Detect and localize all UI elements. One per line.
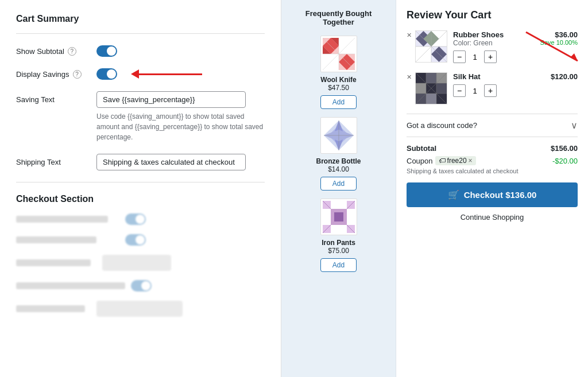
- section-divider: [16, 33, 265, 34]
- subtotal-value: $156.00: [551, 144, 578, 153]
- svg-rect-24: [334, 212, 343, 221]
- discount-code-row[interactable]: Got a discount code? ∨: [407, 114, 578, 137]
- coupon-code-tag: 🏷 free20 ×: [435, 156, 476, 165]
- product-card-iron-pants: Iron Pants $75.00 Add: [289, 199, 388, 272]
- product-price-iron-pants: $75.00: [328, 247, 349, 255]
- silk-hat-qty-control: − 1 +: [453, 84, 543, 97]
- coupon-label: Coupon 🏷 free20 ×: [407, 156, 476, 165]
- totals-section: Subtotal $156.00 Coupon 🏷 free20 × -$20.…: [407, 144, 578, 174]
- arrow-head: [131, 69, 139, 79]
- product-price-wool-knife: $47.50: [328, 84, 349, 92]
- product-card-bronze-bottle: Bronze Bottle $14.00 Add: [289, 117, 388, 191]
- silk-hat-qty-decrease[interactable]: −: [453, 84, 466, 97]
- show-subtotal-row: Show Subtotal ?: [16, 45, 265, 57]
- rubber-shoes-meta: Color: Green: [453, 39, 540, 47]
- review-cart-title: Review Your Cart: [407, 9, 578, 21]
- silk-hat-qty-increase[interactable]: +: [484, 84, 497, 97]
- rubber-shoes-qty-control: − 1 +: [453, 50, 540, 63]
- product-img-iron-pants: [320, 199, 357, 235]
- right-panel: Review Your Cart ✕: [396, 0, 588, 377]
- product-img-bronze-bottle: [320, 117, 357, 154]
- add-iron-pants-button[interactable]: Add: [320, 258, 357, 272]
- silk-hat-price-block: $120.00: [543, 72, 578, 81]
- left-panel: Cart Summary Show Subtotal ? Display Sav…: [0, 0, 281, 377]
- cart-item-img-silk-hat: [415, 72, 447, 104]
- svg-rect-46: [426, 73, 436, 83]
- blurred-row-4: [16, 280, 265, 292]
- silk-hat-price: $120.00: [543, 72, 578, 81]
- remove-silk-hat-button[interactable]: ✕: [407, 73, 412, 81]
- discount-label: Got a discount code?: [407, 121, 477, 130]
- svg-rect-48: [416, 83, 426, 94]
- shipping-text-row: Shipping Text: [16, 154, 265, 170]
- coupon-discount-value: -$20.00: [552, 157, 578, 165]
- rubber-shoes-qty-increase[interactable]: +: [484, 50, 497, 63]
- cart-item-silk-hat: ✕: [407, 72, 578, 104]
- red-arrow-display-savings: [131, 69, 202, 79]
- blurred-row-5: [16, 301, 265, 317]
- cart-item-details-rubber-shoes: Rubber Shoes Color: Green − 1 +: [453, 30, 540, 63]
- silk-hat-qty-value: 1: [470, 87, 479, 95]
- svg-rect-49: [436, 83, 447, 94]
- rubber-shoes-qty-value: 1: [470, 53, 479, 61]
- product-card-wool-knife: Wool Knife $47.50 Add: [289, 36, 388, 109]
- cart-icon: 🛒: [448, 189, 459, 200]
- checkout-button[interactable]: 🛒 Checkout $136.00: [407, 182, 578, 207]
- show-subtotal-toggle[interactable]: [96, 45, 117, 57]
- shipping-note: Shipping & taxes calculated at checkout: [407, 168, 578, 174]
- product-name-iron-pants: Iron Pants: [322, 239, 355, 247]
- coupon-code: free20: [447, 157, 467, 165]
- display-savings-help-icon[interactable]: ?: [73, 70, 82, 79]
- checkout-section-divider: [16, 182, 265, 182]
- cart-item-details-silk-hat: Silk Hat − 1 +: [453, 72, 543, 97]
- product-name-wool-knife: Wool Knife: [320, 76, 356, 84]
- saving-text-label: Saving Text: [16, 95, 96, 104]
- coupon-row: Coupon 🏷 free20 × -$20.00: [407, 156, 578, 165]
- rubber-shoes-qty-decrease[interactable]: −: [453, 50, 466, 63]
- cart-item-img-rubber-shoes: [415, 30, 447, 63]
- rubber-shoes-price: $36.00: [540, 30, 578, 39]
- blurred-row-3: [16, 255, 265, 271]
- frequently-bought-panel: Frequently Bought Together Woo: [281, 0, 396, 377]
- saving-text-input[interactable]: [96, 91, 246, 108]
- add-wool-knife-button[interactable]: Add: [320, 95, 357, 109]
- rubber-shoes-save-badge: Save 10.00%: [540, 39, 578, 46]
- product-img-wool-knife: [320, 36, 357, 72]
- silk-hat-name: Silk Hat: [453, 72, 543, 81]
- display-savings-label: Display Savings ?: [16, 70, 96, 79]
- checkout-button-label: Checkout $136.00: [464, 190, 537, 200]
- subtotal-label: Subtotal: [407, 144, 436, 153]
- frequently-bought-title: Frequently Bought Together: [289, 9, 388, 26]
- product-name-bronze-bottle: Bronze Bottle: [316, 157, 361, 165]
- cart-summary-title: Cart Summary: [16, 14, 265, 24]
- shipping-text-input[interactable]: [96, 154, 246, 170]
- cart-item-rubber-shoes: ✕ Rubber Shoes Color: Gr: [407, 30, 578, 63]
- saving-text-helper: Use code {{saving_amount}} to show total…: [96, 111, 265, 142]
- show-subtotal-help-icon[interactable]: ?: [68, 47, 76, 56]
- show-subtotal-label: Show Subtotal ?: [16, 47, 96, 56]
- continue-shopping-link[interactable]: Continue Shopping: [407, 213, 578, 221]
- remove-rubber-shoes-button[interactable]: ✕: [407, 32, 412, 39]
- display-savings-row: Display Savings ?: [16, 68, 265, 80]
- coupon-remove-button[interactable]: ×: [469, 157, 473, 165]
- coupon-icon: 🏷: [439, 157, 446, 165]
- shipping-text-label: Shipping Text: [16, 158, 96, 166]
- chevron-down-icon: ∨: [571, 120, 578, 131]
- blurred-row-1: [16, 213, 265, 225]
- display-savings-toggle[interactable]: [96, 68, 117, 80]
- rubber-shoes-price-block: $36.00 Save 10.00%: [540, 30, 578, 46]
- add-bronze-bottle-button[interactable]: Add: [320, 177, 357, 191]
- svg-rect-51: [426, 94, 436, 104]
- saving-text-row: Saving Text Use code {{saving_amount}} t…: [16, 91, 265, 142]
- arrow-line: [139, 73, 202, 75]
- rubber-shoes-name: Rubber Shoes: [453, 30, 540, 39]
- blurred-row-2: [16, 234, 265, 246]
- checkout-section-title: Checkout Section: [16, 194, 265, 204]
- product-price-bronze-bottle: $14.00: [328, 165, 349, 173]
- subtotal-row: Subtotal $156.00: [407, 144, 578, 153]
